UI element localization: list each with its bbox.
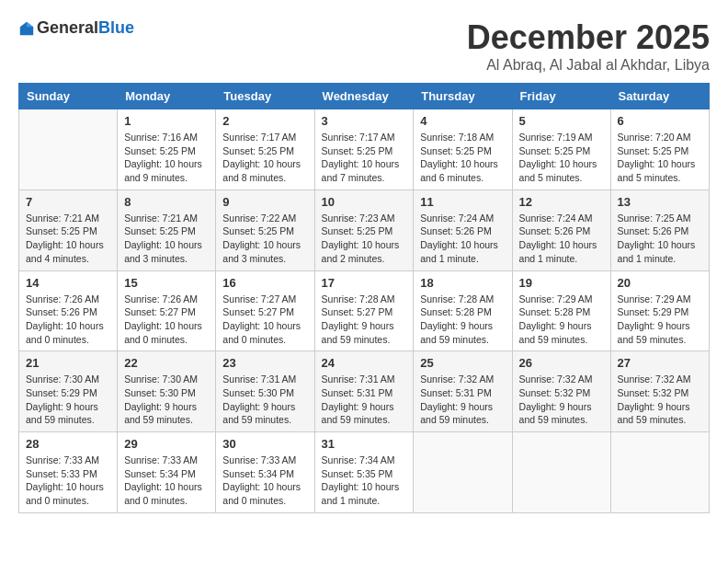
calendar-cell: 1Sunrise: 7:16 AMSunset: 5:25 PMDaylight… [118, 109, 216, 190]
logo-blue-text: Blue [98, 18, 134, 38]
day-info: Sunrise: 7:30 AMSunset: 5:29 PMDaylight:… [26, 373, 110, 427]
calendar-cell: 7Sunrise: 7:21 AMSunset: 5:25 PMDaylight… [19, 190, 118, 270]
day-number: 15 [124, 276, 209, 290]
day-info: Sunrise: 7:16 AMSunset: 5:25 PMDaylight:… [124, 131, 209, 185]
day-number: 17 [322, 276, 407, 290]
calendar-week-row: 1Sunrise: 7:16 AMSunset: 5:25 PMDaylight… [19, 109, 710, 190]
day-number: 28 [26, 437, 110, 451]
calendar-cell [19, 109, 118, 190]
day-info: Sunrise: 7:32 AMSunset: 5:32 PMDaylight:… [618, 373, 702, 427]
day-info: Sunrise: 7:21 AMSunset: 5:25 PMDaylight:… [26, 212, 110, 266]
day-number: 8 [124, 195, 209, 209]
day-info: Sunrise: 7:30 AMSunset: 5:30 PMDaylight:… [124, 373, 209, 427]
calendar-header-tuesday: Tuesday [216, 84, 314, 109]
day-info: Sunrise: 7:25 AMSunset: 5:26 PMDaylight:… [618, 212, 702, 266]
day-number: 24 [322, 356, 407, 370]
calendar-cell: 30Sunrise: 7:33 AMSunset: 5:34 PMDayligh… [216, 432, 314, 513]
day-number: 13 [618, 195, 702, 209]
day-number: 12 [519, 195, 604, 209]
calendar-cell: 17Sunrise: 7:28 AMSunset: 5:27 PMDayligh… [314, 270, 414, 351]
day-number: 30 [222, 437, 307, 451]
day-info: Sunrise: 7:28 AMSunset: 5:28 PMDaylight:… [420, 293, 505, 347]
calendar-cell: 13Sunrise: 7:25 AMSunset: 5:26 PMDayligh… [610, 190, 709, 270]
calendar-header-row: SundayMondayTuesdayWednesdayThursdayFrid… [19, 84, 710, 109]
day-info: Sunrise: 7:18 AMSunset: 5:25 PMDaylight:… [420, 131, 505, 185]
calendar-cell [610, 432, 709, 513]
calendar-cell: 21Sunrise: 7:30 AMSunset: 5:29 PMDayligh… [19, 351, 118, 432]
calendar-cell: 10Sunrise: 7:23 AMSunset: 5:25 PMDayligh… [314, 190, 414, 270]
page-header: GeneralBlue December 2025 Al Abraq, Al J… [18, 18, 710, 74]
day-info: Sunrise: 7:33 AMSunset: 5:33 PMDaylight:… [26, 454, 110, 508]
calendar-cell: 2Sunrise: 7:17 AMSunset: 5:25 PMDaylight… [216, 109, 314, 190]
day-number: 27 [618, 356, 702, 370]
day-number: 21 [26, 356, 110, 370]
day-number: 6 [618, 114, 702, 128]
day-number: 14 [26, 276, 110, 290]
day-number: 4 [420, 114, 505, 128]
calendar-cell: 8Sunrise: 7:21 AMSunset: 5:25 PMDaylight… [118, 190, 216, 270]
day-info: Sunrise: 7:32 AMSunset: 5:31 PMDaylight:… [420, 373, 505, 427]
day-info: Sunrise: 7:28 AMSunset: 5:27 PMDaylight:… [322, 293, 407, 347]
month-title: December 2025 [467, 18, 710, 57]
day-info: Sunrise: 7:29 AMSunset: 5:28 PMDaylight:… [519, 293, 604, 347]
calendar-table: SundayMondayTuesdayWednesdayThursdayFrid… [18, 83, 710, 513]
logo: GeneralBlue [18, 18, 134, 38]
day-number: 3 [322, 114, 407, 128]
day-number: 10 [322, 195, 407, 209]
calendar-header-monday: Monday [118, 84, 216, 109]
calendar-cell: 18Sunrise: 7:28 AMSunset: 5:28 PMDayligh… [414, 270, 512, 351]
day-info: Sunrise: 7:23 AMSunset: 5:25 PMDaylight:… [322, 212, 407, 266]
day-info: Sunrise: 7:17 AMSunset: 5:25 PMDaylight:… [322, 131, 407, 185]
calendar-header-sunday: Sunday [19, 84, 118, 109]
calendar-cell: 26Sunrise: 7:32 AMSunset: 5:32 PMDayligh… [512, 351, 610, 432]
logo-general-text: General [37, 18, 98, 38]
svg-marker-1 [27, 21, 33, 26]
calendar-week-row: 21Sunrise: 7:30 AMSunset: 5:29 PMDayligh… [19, 351, 710, 432]
calendar-cell [414, 432, 512, 513]
day-number: 19 [519, 276, 604, 290]
calendar-cell: 22Sunrise: 7:30 AMSunset: 5:30 PMDayligh… [118, 351, 216, 432]
calendar-cell: 3Sunrise: 7:17 AMSunset: 5:25 PMDaylight… [314, 109, 414, 190]
calendar-cell: 20Sunrise: 7:29 AMSunset: 5:29 PMDayligh… [610, 270, 709, 351]
day-info: Sunrise: 7:24 AMSunset: 5:26 PMDaylight:… [519, 212, 604, 266]
calendar-header-friday: Friday [512, 84, 610, 109]
calendar-cell: 19Sunrise: 7:29 AMSunset: 5:28 PMDayligh… [512, 270, 610, 351]
calendar-week-row: 28Sunrise: 7:33 AMSunset: 5:33 PMDayligh… [19, 432, 710, 513]
calendar-cell: 24Sunrise: 7:31 AMSunset: 5:31 PMDayligh… [314, 351, 414, 432]
day-info: Sunrise: 7:24 AMSunset: 5:26 PMDaylight:… [420, 212, 505, 266]
calendar-cell: 11Sunrise: 7:24 AMSunset: 5:26 PMDayligh… [414, 190, 512, 270]
day-info: Sunrise: 7:26 AMSunset: 5:27 PMDaylight:… [124, 293, 209, 347]
general-blue-icon [18, 20, 35, 37]
day-info: Sunrise: 7:21 AMSunset: 5:25 PMDaylight:… [124, 212, 209, 266]
day-number: 5 [519, 114, 604, 128]
day-number: 31 [322, 437, 407, 451]
calendar-week-row: 7Sunrise: 7:21 AMSunset: 5:25 PMDaylight… [19, 190, 710, 270]
day-info: Sunrise: 7:34 AMSunset: 5:35 PMDaylight:… [322, 454, 407, 508]
day-number: 16 [222, 276, 307, 290]
day-number: 29 [124, 437, 209, 451]
calendar-cell: 15Sunrise: 7:26 AMSunset: 5:27 PMDayligh… [118, 270, 216, 351]
day-number: 9 [222, 195, 307, 209]
day-number: 22 [124, 356, 209, 370]
calendar-header-wednesday: Wednesday [314, 84, 414, 109]
calendar-cell: 9Sunrise: 7:22 AMSunset: 5:25 PMDaylight… [216, 190, 314, 270]
day-info: Sunrise: 7:33 AMSunset: 5:34 PMDaylight:… [124, 454, 209, 508]
calendar-cell: 25Sunrise: 7:32 AMSunset: 5:31 PMDayligh… [414, 351, 512, 432]
day-info: Sunrise: 7:31 AMSunset: 5:30 PMDaylight:… [222, 373, 307, 427]
calendar-cell: 4Sunrise: 7:18 AMSunset: 5:25 PMDaylight… [414, 109, 512, 190]
calendar-cell: 14Sunrise: 7:26 AMSunset: 5:26 PMDayligh… [19, 270, 118, 351]
day-number: 1 [124, 114, 209, 128]
calendar-cell: 29Sunrise: 7:33 AMSunset: 5:34 PMDayligh… [118, 432, 216, 513]
day-number: 25 [420, 356, 505, 370]
day-info: Sunrise: 7:29 AMSunset: 5:29 PMDaylight:… [618, 293, 702, 347]
day-info: Sunrise: 7:22 AMSunset: 5:25 PMDaylight:… [222, 212, 307, 266]
title-section: December 2025 Al Abraq, Al Jabal al Akhd… [467, 18, 710, 74]
calendar-cell: 31Sunrise: 7:34 AMSunset: 5:35 PMDayligh… [314, 432, 414, 513]
calendar-cell: 16Sunrise: 7:27 AMSunset: 5:27 PMDayligh… [216, 270, 314, 351]
day-info: Sunrise: 7:32 AMSunset: 5:32 PMDaylight:… [519, 373, 604, 427]
day-number: 2 [222, 114, 307, 128]
day-number: 18 [420, 276, 505, 290]
calendar-cell [512, 432, 610, 513]
day-info: Sunrise: 7:33 AMSunset: 5:34 PMDaylight:… [222, 454, 307, 508]
day-number: 26 [519, 356, 604, 370]
